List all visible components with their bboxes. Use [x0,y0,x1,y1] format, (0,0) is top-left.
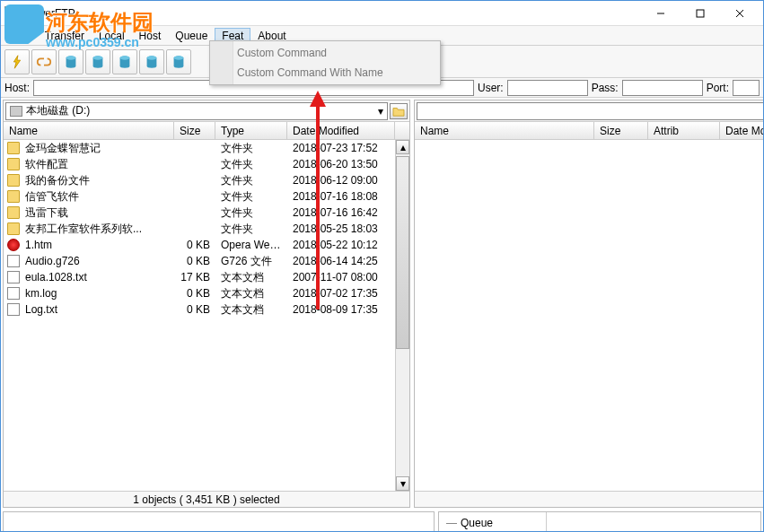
local-col-type[interactable]: Type [215,122,287,139]
app-title: PowerFTP [24,7,75,20]
toolbar-db3[interactable] [112,49,137,74]
menu-host[interactable]: Host [132,28,169,44]
cell-date: 2018-05-25 18:03 [287,222,395,235]
chevron-down-icon[interactable]: ▾ [378,105,383,118]
cell-date: 2018-05-22 10:12 [287,239,395,251]
table-row[interactable]: km.log0 KB文本文档2018-07-02 17:35 [4,285,395,301]
toolbar-db5[interactable] [166,49,191,74]
cell-type: 文件夹 [215,141,287,156]
svg-point-7 [93,56,103,60]
table-row[interactable]: 金玛金蝶智慧记文件夹2018-07-23 17:52 [4,140,395,156]
remote-col-name[interactable]: Name [415,122,594,139]
folder-icon [7,222,20,235]
cell-name: Log.txt [20,303,174,316]
cell-size: 0 KB [174,287,215,300]
file-icon [7,303,20,316]
menu-transfer[interactable]: Transfer [38,28,92,44]
bottom-area: ◂ ▸ —Queue—Ftp1—Ftp2—Ftp3—Ftp4 [1,510,763,532]
table-row[interactable]: Audio.g7260 KBG726 文件2018-06-14 14:25 [4,253,395,269]
pass-label: Pass: [592,82,619,94]
menu-local[interactable]: Local [92,28,132,44]
local-path-text: 本地磁盘 (D:) [26,103,90,118]
table-row[interactable]: 信管飞软件文件夹2018-07-16 18:08 [4,188,395,205]
local-browse-button[interactable] [390,103,408,119]
host-label: Host: [4,82,30,94]
folder-icon [7,174,20,187]
table-row[interactable]: eula.1028.txt17 KB文本文档2007-11-07 08:00 [4,269,395,285]
cell-date: 2018-07-16 18:08 [287,190,395,203]
maximize-button[interactable] [681,3,720,24]
file-icon [7,239,20,251]
toolbar-db1[interactable] [58,49,83,74]
remote-file-list[interactable] [415,140,764,491]
pass-input[interactable] [622,80,703,96]
svg-point-13 [174,56,184,60]
cell-type: 文件夹 [215,205,287,221]
cell-name: 金玛金蝶智慧记 [20,141,174,156]
titlebar: PowerFTP [1,1,763,26]
cell-name: km.log [20,287,174,300]
log-text[interactable] [4,512,434,532]
cell-type: G726 文件 [215,254,287,269]
cell-date: 2018-06-20 13:50 [287,158,395,170]
scroll-down-icon[interactable]: ▾ [396,476,409,491]
cell-name: 软件配置 [20,157,174,172]
menu-custom-command[interactable]: Custom Command [212,43,438,63]
remote-pane: ▾ Name Size Attrib Date Modified [414,100,764,508]
port-input[interactable] [733,80,760,96]
queue-tree[interactable]: —Queue—Ftp1—Ftp2—Ftp3—Ftp4 [439,512,547,532]
queue-detail-top[interactable] [547,512,760,532]
cell-name: 友邦工作室软件系列软... [20,222,174,237]
cell-size: 0 KB [174,239,215,251]
menu-queue[interactable]: Queue [168,28,215,44]
remote-col-attrib[interactable]: Attrib [648,122,720,139]
menu-site[interactable]: Site [4,28,38,44]
scroll-up-icon[interactable]: ▴ [396,140,409,154]
queue-item[interactable]: —Queue [443,516,542,530]
local-col-size[interactable]: Size [174,122,215,139]
local-scrollbar[interactable]: ▴ ▾ [395,140,409,491]
minimize-button[interactable] [641,3,681,24]
remote-path-selector[interactable]: ▾ [417,102,764,120]
cell-name: 信管飞软件 [20,189,174,205]
local-path-row: 本地磁盘 (D:) ▾ [4,100,409,122]
local-list-header: Name Size Type Date Modified [4,122,409,140]
menu-custom-command-with-name[interactable]: Custom Command With Name [212,63,438,83]
cell-type: 文件夹 [215,222,287,237]
cell-name: 我的备份文件 [20,173,174,188]
cell-type: Opera Web ... [215,239,287,251]
remote-path-row: ▾ [415,100,764,122]
cell-date: 2018-07-02 17:35 [287,287,395,300]
cell-date: 2018-07-16 16:42 [287,206,395,219]
user-input[interactable] [507,80,588,96]
local-file-list[interactable]: 金玛金蝶智慧记文件夹2018-07-23 17:52软件配置文件夹2018-06… [4,140,409,491]
toolbar-db2[interactable] [85,49,110,74]
file-icon [7,287,20,300]
local-col-date[interactable]: Date Modified [287,122,395,139]
table-row[interactable]: 1.htm0 KBOpera Web ...2018-05-22 10:12 [4,237,395,253]
toolbar-disconnect[interactable] [31,49,57,74]
table-row[interactable]: 友邦工作室软件系列软...文件夹2018-05-25 18:03 [4,221,395,237]
svg-rect-1 [697,10,704,17]
remote-col-size[interactable]: Size [594,122,648,139]
remote-col-date[interactable]: Date Modified [720,122,764,139]
toolbar-lightning[interactable] [4,49,30,74]
cell-type: 文件夹 [215,157,287,172]
cell-date: 2007-11-07 08:00 [287,271,395,283]
table-row[interactable]: 软件配置文件夹2018-06-20 13:50 [4,156,395,172]
cell-size: 0 KB [174,303,215,316]
app-icon [4,6,19,21]
cell-name: 1.htm [20,239,174,251]
table-row[interactable]: 我的备份文件文件夹2018-06-12 09:00 [4,172,395,188]
toolbar-db4[interactable] [139,49,164,74]
local-col-name[interactable]: Name [4,122,174,139]
queue-pane: —Queue—Ftp1—Ftp2—Ftp3—Ftp4 [438,511,761,532]
cell-date: 2018-06-14 14:25 [287,255,395,267]
table-row[interactable]: Log.txt0 KB文本文档2018-08-09 17:35 [4,301,395,318]
local-path-selector[interactable]: 本地磁盘 (D:) ▾ [5,102,388,120]
cell-date: 2018-08-09 17:35 [287,303,395,316]
table-row[interactable]: 迅雷下载文件夹2018-07-16 16:42 [4,205,395,221]
disk-icon [10,106,22,117]
local-status: 1 objects ( 3,451 KB ) selected [4,491,409,507]
close-button[interactable] [720,3,760,24]
